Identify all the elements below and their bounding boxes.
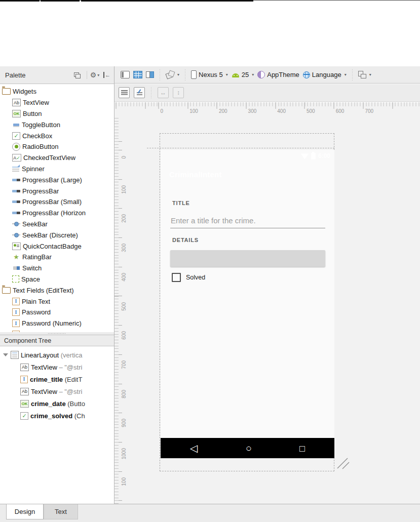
ruler-label: 600 bbox=[336, 108, 345, 114]
layout-variant-button[interactable]: ▾ bbox=[358, 71, 371, 78]
palette-item-spinner[interactable]: Spinner bbox=[0, 164, 114, 175]
tree-item-name: TextView bbox=[31, 388, 57, 395]
gear-icon[interactable]: ⚙▾ bbox=[90, 70, 100, 79]
palette-item-checkbox[interactable]: CheckBox bbox=[0, 130, 114, 141]
palette-item-password[interactable]: Password bbox=[0, 307, 114, 318]
recents-icon[interactable] bbox=[299, 443, 305, 453]
api-label: 25 bbox=[242, 71, 249, 78]
palette-item-label: QuickContactBadge bbox=[23, 243, 82, 250]
battery-icon bbox=[311, 153, 316, 159]
palette-item-switch[interactable]: Switch bbox=[0, 263, 114, 274]
design-surface-button[interactable] bbox=[121, 71, 130, 78]
dock-icon[interactable]: ← bbox=[102, 70, 112, 79]
palette-item-label: Switch bbox=[22, 264, 42, 272]
palette-item-progressbar-small[interactable]: ProgressBar (Small) bbox=[0, 196, 114, 208]
linearlayout-vertical-button[interactable] bbox=[119, 87, 130, 98]
layout-variant-icon bbox=[358, 71, 366, 78]
orientation-icon bbox=[166, 71, 174, 78]
back-icon[interactable] bbox=[190, 443, 198, 453]
solved-checkbox-row[interactable]: Solved bbox=[172, 273, 205, 282]
home-icon[interactable] bbox=[246, 443, 252, 453]
palette-item-quickcontactbadge[interactable]: QuickContactBadge bbox=[0, 240, 114, 252]
palette-item-label: Widgets bbox=[13, 88, 36, 95]
tree-item-crime-solved[interactable]: crime_solved (Ch bbox=[0, 410, 114, 422]
android-studio-layout-editor: Palette ⚙▾ ← WidgetsTextViewButtonToggle… bbox=[0, 0, 420, 522]
checkbox-icon[interactable] bbox=[172, 273, 181, 282]
palette-item-label: ProgressBar bbox=[22, 187, 59, 195]
palette-item-progressbar[interactable]: ProgressBar bbox=[0, 185, 114, 196]
palette-item-seekbar[interactable]: SeekBar bbox=[0, 219, 114, 230]
device-content: TITLE Enter a title for the crime. DETAI… bbox=[161, 186, 334, 438]
status-bar: 6:00 bbox=[161, 150, 334, 162]
palette-item-textview[interactable]: TextView bbox=[0, 97, 114, 108]
linearlayout-vertical-icon bbox=[121, 90, 128, 96]
preview-options-icon[interactable] bbox=[72, 70, 82, 79]
status-time: 6:00 bbox=[318, 152, 330, 159]
divider bbox=[151, 87, 151, 98]
tab-design[interactable]: Design bbox=[6, 504, 44, 519]
tree-item-name: crime_title bbox=[30, 376, 63, 383]
tab-text[interactable]: Text bbox=[44, 504, 78, 519]
ruler-label: 700 bbox=[365, 108, 373, 114]
palette-item-label: Spinner bbox=[22, 165, 45, 173]
palette-section-widgets[interactable]: Widgets bbox=[0, 86, 114, 97]
tree-item-linearlayout[interactable]: LinearLayout (vertica bbox=[0, 349, 114, 361]
resize-handle[interactable] bbox=[336, 456, 350, 470]
blueprint-surface-button[interactable] bbox=[133, 71, 142, 78]
progressbar-icon bbox=[12, 199, 20, 205]
ruler-label: 400 bbox=[121, 273, 127, 282]
ruler-label: 900 bbox=[121, 419, 127, 427]
expander-icon[interactable] bbox=[3, 353, 8, 356]
navigation-bar bbox=[161, 438, 334, 458]
palette-section-text-fields-edittext[interactable]: Text Fields (EditText) bbox=[0, 285, 114, 296]
ruler-label: 200 bbox=[121, 214, 127, 223]
design-canvas[interactable]: 0100200300400500600700 01002003004005006… bbox=[114, 102, 420, 504]
orientation-button[interactable]: ▾ bbox=[166, 71, 179, 78]
palette-item-seekbar-discrete[interactable]: SeekBar (Discrete) bbox=[0, 229, 114, 240]
palette-item-radiobutton[interactable]: RadioButton bbox=[0, 141, 114, 152]
edittext-icon bbox=[12, 308, 20, 316]
tree-item-detail: (Butto bbox=[66, 400, 85, 408]
tree-item-crime-date[interactable]: crime_date (Butto bbox=[0, 397, 114, 410]
button-icon bbox=[12, 110, 21, 117]
both-surfaces-button[interactable] bbox=[146, 71, 154, 78]
palette-item-plain-text[interactable]: Plain Text bbox=[0, 296, 114, 307]
spinner-icon bbox=[12, 166, 20, 172]
palette-item-password-numeric[interactable]: Password (Numeric) bbox=[0, 318, 114, 329]
tree-item-textview[interactable]: TextView – "@stri bbox=[0, 385, 114, 397]
folder-icon bbox=[2, 88, 11, 95]
device-preview[interactable]: 6:00 CriminalIntent TITLE Enter a title … bbox=[161, 150, 334, 458]
palette-item-button[interactable]: Button bbox=[0, 108, 114, 119]
palette-item-progressbar-large[interactable]: ProgressBar (Large) bbox=[0, 174, 114, 185]
theme-selector[interactable]: AppTheme bbox=[257, 71, 299, 78]
convert-view-button[interactable] bbox=[134, 87, 145, 98]
editor-mode-tabbar: Design Text bbox=[0, 504, 420, 522]
design-toolbar: ▾ Nexus 5▾ 25▾ AppTheme Language▾ ▾ bbox=[114, 66, 420, 84]
ruler-label: 200 bbox=[219, 108, 227, 114]
ruler-label: 700 bbox=[121, 360, 127, 369]
ruler-label: 100 bbox=[121, 477, 127, 486]
crime-date-button[interactable] bbox=[170, 250, 325, 267]
progressbar-icon bbox=[12, 188, 20, 193]
palette-item-label: Password bbox=[22, 308, 51, 316]
tree-item-textview[interactable]: TextView – "@stri bbox=[0, 361, 114, 373]
api-selector[interactable]: 25▾ bbox=[232, 71, 254, 78]
device-selector[interactable]: Nexus 5▾ bbox=[191, 70, 228, 79]
palette-item-ratingbar[interactable]: RatingBar bbox=[0, 252, 114, 263]
window-edge-segment bbox=[81, 0, 253, 2]
palette-item-togglebutton[interactable]: ToggleButton bbox=[0, 119, 114, 130]
palette-item-checkedtextview[interactable]: CheckedTextView bbox=[0, 152, 114, 164]
window-edge-segment bbox=[41, 0, 80, 2]
palette-item-label: RatingBar bbox=[22, 253, 52, 261]
design-editor: Palette ⚙▾ ← WidgetsTextViewButtonToggle… bbox=[0, 66, 420, 504]
language-selector[interactable]: Language▾ bbox=[303, 71, 347, 78]
tree-item-crime-title[interactable]: crime_title (EditT bbox=[0, 373, 114, 385]
palette-item-label: TextView bbox=[23, 99, 49, 106]
textview-icon bbox=[12, 99, 21, 106]
palette-item-progressbar-horizon[interactable]: ProgressBar (Horizon bbox=[0, 208, 114, 219]
palette-title: Palette bbox=[5, 71, 72, 79]
palette-header: Palette ⚙▾ ← bbox=[0, 66, 114, 84]
palette-item-label: CheckBox bbox=[22, 132, 52, 140]
palette-item-space[interactable]: Space bbox=[0, 274, 114, 285]
title-edittext[interactable]: Enter a title for the crime. bbox=[171, 216, 256, 225]
